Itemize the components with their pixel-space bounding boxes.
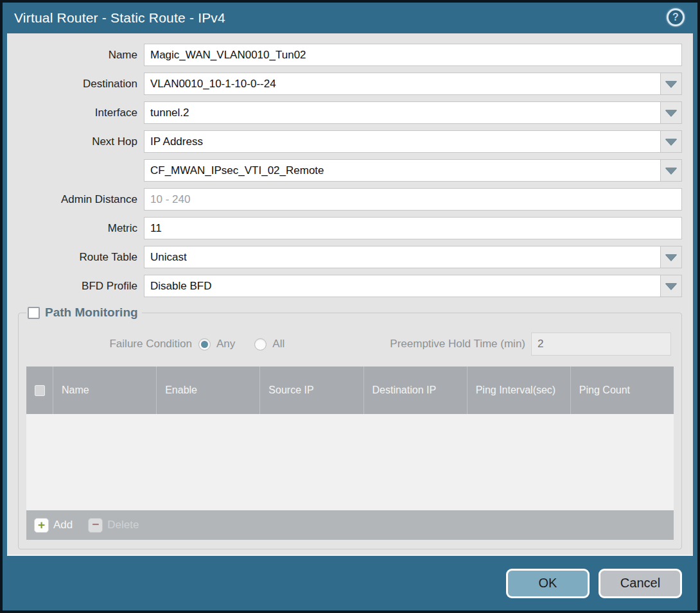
dialog-content: Name Destination Interface Next Hop: [7, 33, 693, 556]
minus-icon: −: [88, 518, 103, 533]
static-route-dialog: Virtual Router - Static Route - IPv4 ? N…: [0, 0, 700, 613]
next-hop-address-dropdown-button[interactable]: [661, 159, 682, 182]
route-table-input[interactable]: [144, 246, 661, 268]
cancel-button[interactable]: Cancel: [599, 569, 682, 598]
admin-distance-input[interactable]: [144, 188, 682, 211]
next-hop-address-input[interactable]: [144, 159, 661, 182]
dialog-title-bar: Virtual Router - Static Route - IPv4 ?: [3, 3, 697, 33]
dialog-title: Virtual Router - Static Route - IPv4: [14, 10, 225, 26]
route-table-row: Route Table: [18, 246, 682, 268]
chevron-down-icon: [665, 168, 677, 174]
delete-button[interactable]: − Delete: [88, 518, 139, 533]
dialog-footer: OK Cancel: [3, 556, 697, 610]
next-hop-row: Next Hop: [18, 130, 682, 153]
destination-dropdown-button[interactable]: [661, 73, 682, 95]
table-body: [26, 414, 674, 510]
column-header-source-ip: Source IP: [259, 367, 363, 414]
preemptive-hold-time-label: Preemptive Hold Time (min): [390, 338, 525, 350]
path-monitoring-table: Name Enable Source IP Destination IP Pin…: [26, 367, 674, 540]
interface-input[interactable]: [144, 101, 661, 124]
table-header-row: Name Enable Source IP Destination IP Pin…: [26, 367, 674, 414]
column-header-name: Name: [53, 367, 156, 414]
bfd-profile-input[interactable]: [144, 275, 661, 297]
path-monitoring-section: Path Monitoring Failure Condition Any Al…: [18, 306, 682, 549]
interface-row: Interface: [18, 101, 682, 124]
chevron-down-icon: [665, 139, 677, 145]
name-row: Name: [18, 44, 682, 66]
failure-condition-row: Failure Condition Any All Preemptive Hol…: [26, 332, 671, 356]
bfd-profile-row: BFD Profile: [18, 275, 682, 297]
name-input[interactable]: [144, 44, 682, 66]
add-button-label: Add: [53, 519, 73, 531]
bfd-profile-dropdown-button[interactable]: [661, 275, 682, 297]
chevron-down-icon: [665, 254, 677, 261]
chevron-down-icon: [665, 110, 677, 116]
interface-label: Interface: [18, 107, 137, 119]
path-monitoring-legend: Path Monitoring: [26, 306, 142, 320]
help-icon[interactable]: ?: [667, 8, 685, 26]
failure-condition-label: Failure Condition: [26, 338, 192, 350]
chevron-down-icon: [665, 283, 677, 289]
failure-condition-all-radio[interactable]: All: [254, 338, 284, 350]
destination-input[interactable]: [144, 73, 661, 95]
destination-label: Destination: [18, 78, 137, 91]
destination-row: Destination: [18, 73, 682, 95]
select-all-checkbox[interactable]: [35, 385, 45, 396]
plus-icon: +: [34, 518, 49, 533]
bfd-profile-label: BFD Profile: [18, 280, 137, 293]
radio-any-label: Any: [216, 338, 235, 350]
add-button[interactable]: + Add: [34, 518, 73, 533]
name-label: Name: [18, 49, 137, 62]
metric-input[interactable]: [144, 217, 682, 239]
failure-condition-any-radio[interactable]: Any: [198, 338, 235, 350]
column-header-ping-count: Ping Count: [570, 367, 674, 414]
preemptive-hold-time-input[interactable]: [531, 332, 671, 356]
select-all-cell: [26, 367, 53, 414]
next-hop-type-input[interactable]: [144, 130, 661, 153]
route-table-label: Route Table: [18, 251, 137, 264]
interface-dropdown-button[interactable]: [661, 101, 682, 124]
column-header-destination-ip: Destination IP: [363, 367, 467, 414]
radio-all-label: All: [272, 338, 284, 350]
table-toolbar: + Add − Delete: [26, 510, 674, 540]
path-monitoring-label: Path Monitoring: [45, 306, 138, 320]
next-hop-type-dropdown-button[interactable]: [661, 130, 682, 153]
path-monitoring-checkbox[interactable]: [28, 307, 40, 319]
next-hop-label: Next Hop: [18, 135, 137, 148]
next-hop-address-row: [18, 159, 682, 182]
admin-distance-label: Admin Distance: [18, 193, 137, 206]
ok-button[interactable]: OK: [506, 569, 590, 598]
column-header-ping-interval: Ping Interval(sec): [467, 367, 570, 414]
admin-distance-row: Admin Distance: [18, 188, 682, 211]
radio-selected-icon: [198, 338, 211, 350]
column-header-enable: Enable: [156, 367, 259, 414]
metric-label: Metric: [18, 222, 137, 235]
chevron-down-icon: [665, 81, 677, 87]
delete-button-label: Delete: [107, 519, 139, 531]
metric-row: Metric: [18, 217, 682, 239]
route-table-dropdown-button[interactable]: [661, 246, 682, 268]
radio-unselected-icon: [254, 338, 267, 350]
